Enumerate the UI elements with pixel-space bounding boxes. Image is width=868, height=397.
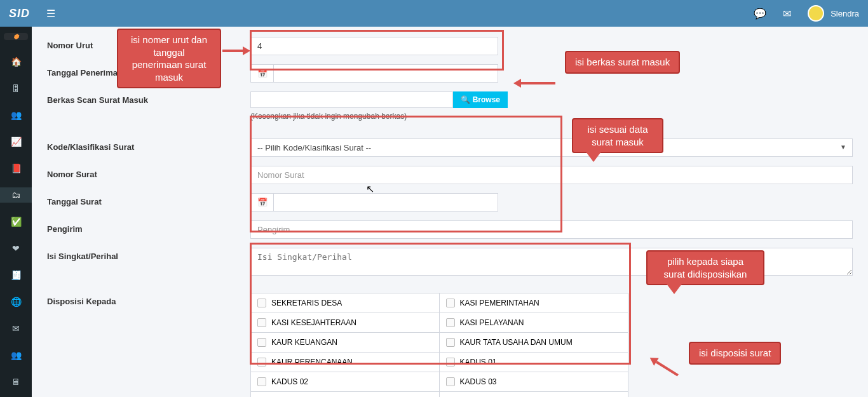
avatar: [808, 5, 824, 22]
annotation-callout-5: isi disposisi surat: [689, 342, 781, 365]
dispo-label: KASI PELAYANAN: [460, 318, 524, 327]
dispo-option[interactable]: KADUS 04: [251, 392, 440, 397]
dispo-label: SEKRETARIS DESA: [271, 299, 342, 307]
chevron-down-icon: ▼: [840, 144, 846, 151]
sidebar-item-home[interactable]: 🏠: [0, 54, 32, 69]
chat-icon[interactable]: 💬: [754, 8, 766, 20]
disposisi-grid: SEKRETARIS DESA KASI PEMERINTAHAN KASI K…: [250, 293, 628, 397]
checkbox[interactable]: [446, 377, 455, 386]
dispo-label: KASI KESEJAHTERAAN: [271, 318, 356, 327]
calendar-icon: 📅: [250, 64, 273, 83]
sidebar-item-book[interactable]: 📕: [0, 161, 32, 176]
checkbox[interactable]: [257, 338, 266, 347]
row-pengirim: Pengirim: [47, 220, 853, 239]
annotation-callout-4: pilih kepada siapa surat didisposisikan: [646, 250, 764, 285]
input-nomor-surat[interactable]: [250, 166, 853, 184]
username-label: Slendra: [831, 9, 859, 18]
select-kode-klasifikasi[interactable]: -- Pilih Kode/Klasifikasi Surat --: [250, 138, 853, 157]
checkbox[interactable]: [446, 358, 455, 367]
sidebar-item-group[interactable]: 👥: [0, 347, 32, 363]
label-berkas-scan: Berkas Scan Surat Masuk: [47, 91, 250, 105]
sidebar-toggle-icon[interactable]: ☰: [46, 8, 55, 20]
sidebar-item-users[interactable]: 👥: [0, 107, 32, 123]
row-nomor-surat: Nomor Surat: [47, 166, 853, 184]
sidebar-item-globe[interactable]: 🌐: [0, 294, 32, 309]
dispo-option[interactable]: KAUR TATA USAHA DAN UMUM: [440, 333, 628, 353]
row-kode-klasifikasi: Kode/Klasifikasi Surat -- Pilih Kode/Kla…: [47, 138, 853, 157]
sidebar-item-mail[interactable]: 🗂: [0, 187, 32, 203]
row-berkas-scan: Berkas Scan Surat Masuk 🔍Browse (Kosongk…: [47, 91, 853, 121]
dispo-option[interactable]: KADUS 03: [440, 372, 628, 392]
label-kode-klasifikasi: Kode/Klasifikasi Surat: [47, 138, 250, 152]
annotation-callout-3: isi sesuai data surat masuk: [572, 118, 663, 153]
dispo-option[interactable]: KADUS 02: [251, 372, 440, 392]
brand-logo[interactable]: SID: [9, 7, 30, 20]
input-pengirim[interactable]: [250, 220, 853, 239]
hint-berkas: (Kosongkan jika tidak ingin mengubah ber…: [250, 112, 853, 121]
checkbox[interactable]: [257, 299, 266, 307]
label-isi-singkat: Isi Singkat/Perihal: [47, 248, 250, 261]
dispo-option[interactable]: KADUS 05: [440, 392, 628, 397]
mail-icon[interactable]: ✉: [783, 8, 791, 20]
input-tanggal-surat[interactable]: [273, 193, 498, 212]
dispo-label: KADUS 01: [460, 358, 497, 367]
dispo-option[interactable]: KASI PEMERINTAHAN: [440, 293, 628, 313]
sidebar-logo[interactable]: ⬢: [4, 33, 28, 40]
label-disposisi-kepada: Disposisi Kepada: [47, 293, 250, 306]
label-nomor-surat: Nomor Surat: [47, 166, 250, 179]
input-tanggal-penerimaan[interactable]: [273, 64, 498, 83]
user-menu[interactable]: Slendra: [808, 5, 859, 22]
checkbox[interactable]: [257, 377, 266, 386]
left-sidebar: ⬢ 🏠 🎛 👥 📈 📕 🗂 ✅ ❤ 🧾 🌐 ✉ 👥 🖥 🗄: [0, 27, 32, 397]
input-nomor-urut[interactable]: [250, 37, 498, 55]
label-tanggal-surat: Tanggal Surat: [47, 193, 250, 206]
dispo-label: KADUS 02: [271, 377, 308, 386]
dispo-option[interactable]: KASI PELAYANAN: [440, 313, 628, 333]
dispo-option[interactable]: SEKRETARIS DESA: [251, 293, 440, 313]
sidebar-item-dashboard[interactable]: 🎛: [0, 81, 32, 96]
checkbox[interactable]: [446, 318, 455, 327]
browse-button[interactable]: 🔍Browse: [453, 91, 508, 108]
checkbox[interactable]: [257, 318, 266, 327]
dispo-option[interactable]: KAUR KEUANGAN: [251, 333, 440, 353]
sidebar-item-heart[interactable]: ❤: [0, 241, 32, 256]
input-berkas-scan[interactable]: [250, 91, 453, 108]
dispo-label: KAUR KEUANGAN: [271, 338, 337, 347]
checkbox[interactable]: [446, 299, 455, 307]
annotation-callout-1: isi nomer urut dan tanggal penerimaan su…: [117, 29, 221, 88]
calendar-icon: 📅: [250, 193, 273, 212]
top-navbar: SID ☰ 💬 ✉ Slendra: [0, 0, 868, 27]
sidebar-item-envelope[interactable]: ✉: [0, 321, 32, 336]
sidebar-item-check[interactable]: ✅: [0, 214, 32, 229]
sidebar-item-form[interactable]: 🧾: [0, 267, 32, 283]
dispo-label: KASI PEMERINTAHAN: [460, 299, 539, 307]
annotation-callout-2: isi berkas surat masuk: [565, 51, 680, 74]
dispo-label: KAUR TATA USAHA DAN UMUM: [460, 338, 573, 347]
dispo-option[interactable]: KADUS 01: [440, 353, 628, 372]
dispo-label: KAUR PERENCANAAN: [271, 358, 353, 367]
sidebar-item-stats[interactable]: 📈: [0, 134, 32, 149]
row-tanggal-surat: Tanggal Surat 📅: [47, 193, 853, 212]
browse-button-label: Browse: [473, 95, 500, 104]
nav-right: 💬 ✉ Slendra: [754, 5, 859, 22]
checkbox[interactable]: [446, 338, 455, 347]
label-pengirim: Pengirim: [47, 220, 250, 234]
dispo-label: KADUS 03: [460, 377, 497, 386]
sidebar-item-desktop[interactable]: 🖥: [0, 374, 32, 389]
search-icon: 🔍: [461, 95, 470, 104]
dispo-option[interactable]: KASI KESEJAHTERAAN: [251, 313, 440, 333]
dispo-option[interactable]: KAUR PERENCANAAN: [251, 353, 440, 372]
mouse-cursor-icon: ↖: [366, 183, 374, 195]
checkbox[interactable]: [257, 358, 266, 367]
